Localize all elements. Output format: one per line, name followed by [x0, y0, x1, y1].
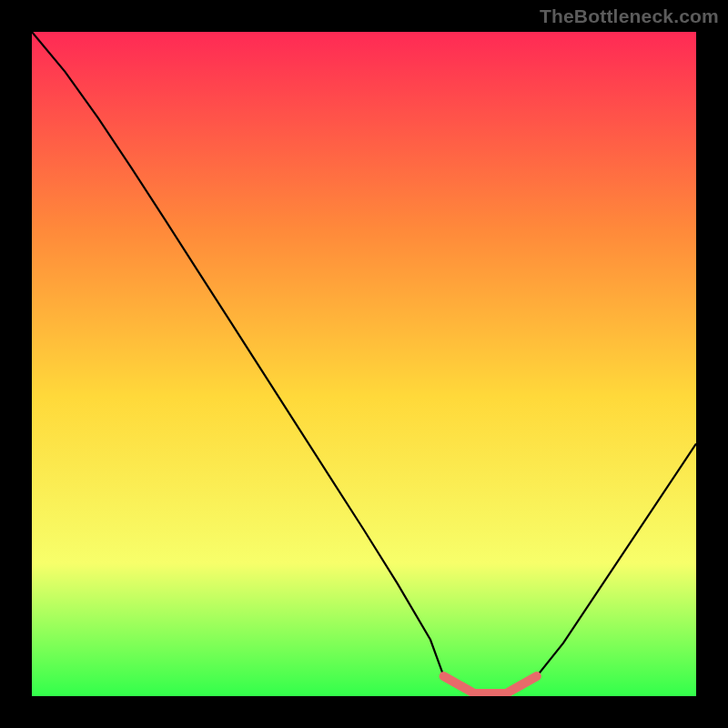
plot-area — [32, 32, 696, 696]
gradient-background — [32, 32, 696, 696]
watermark-text: TheBottleneck.com — [540, 5, 719, 27]
chart-frame: TheBottleneck.com — [0, 0, 728, 728]
bottleneck-chart — [32, 32, 696, 696]
